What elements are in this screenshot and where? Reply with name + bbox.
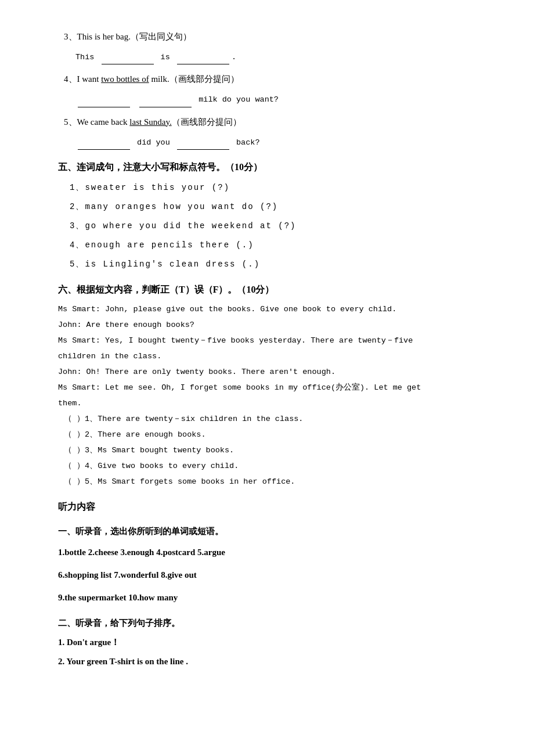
q5-label: 5、We came back last Sunday.（画线部分提问） bbox=[58, 114, 499, 130]
listening-words-row2: 6.shopping list 7.wonderful 8.give out bbox=[58, 566, 499, 585]
dialog-line1: Ms Smart: John, please give out the book… bbox=[58, 303, 499, 317]
dialog-line4: children in the class. bbox=[58, 350, 499, 364]
dialog-line3: Ms Smart: Yes, I bought twenty－five book… bbox=[58, 334, 499, 348]
listening-section: 听力内容 一、听录音，选出你所听到的单词或短语。 1.bottle 2.chee… bbox=[58, 499, 499, 669]
q5-blank1[interactable] bbox=[78, 149, 130, 150]
question-4: 4、I want two bottles of milk.（画线部分提问） mi… bbox=[58, 71, 499, 107]
s5-item1: 1、sweater is this your (?) bbox=[70, 181, 499, 195]
listening-words-row3: 9.the supermarket 10.how many bbox=[58, 588, 499, 607]
listening-s2-item2: 2. Your green T-shirt is on the line . bbox=[58, 654, 499, 669]
listening-s1-title: 一、听录音，选出你所听到的单词或短语。 bbox=[58, 524, 499, 539]
judge3: （ ）3、Ms Smart bought twenty books. bbox=[58, 444, 499, 458]
judge1: （ ）1、There are twenty－six children in th… bbox=[58, 412, 499, 427]
listening-title: 听力内容 bbox=[58, 499, 499, 516]
section-5: 五、连词成句，注意大小写和标点符号。（10分） 1、sweater is thi… bbox=[58, 159, 499, 272]
listening-words-row1: 1.bottle 2.cheese 3.enough 4.postcard 5.… bbox=[58, 543, 499, 562]
q5-blank2[interactable] bbox=[177, 149, 229, 150]
q3-answer: This is . bbox=[58, 51, 499, 64]
q4-blank2[interactable] bbox=[139, 107, 192, 107]
s5-item3: 3、go where you did the weekend at (?) bbox=[70, 219, 499, 233]
s5-item4: 4、enough are pencils there (.) bbox=[70, 238, 499, 253]
q4-answer: milk do you want? bbox=[58, 93, 499, 107]
section5-title: 五、连词成句，注意大小写和标点符号。（10分） bbox=[58, 159, 499, 176]
q3-label: 3、This is her bag.（写出同义句） bbox=[58, 29, 499, 45]
question-3: 3、This is her bag.（写出同义句） This is . bbox=[58, 29, 499, 64]
q5-answer: did you back? bbox=[58, 136, 499, 150]
q4-label: 4、I want two bottles of milk.（画线部分提问） bbox=[58, 71, 499, 87]
q4-blank1[interactable] bbox=[78, 107, 130, 107]
judge4: （ ）4、Give two books to every child. bbox=[58, 459, 499, 474]
dialog-line7: them. bbox=[58, 397, 499, 411]
judge2: （ ）2、There are enough books. bbox=[58, 428, 499, 442]
s5-item2: 2、many oranges how you want do (?) bbox=[70, 200, 499, 214]
q5-underline: last Sunday. bbox=[129, 117, 171, 127]
q3-blank2[interactable] bbox=[177, 64, 229, 64]
listening-s2-item1: 1. Don't argue！ bbox=[58, 635, 499, 650]
dialog-line6: Ms Smart: Let me see. Oh, I forget some … bbox=[58, 381, 499, 395]
section6-title: 六、根据短文内容，判断正（T）误（F）。（10分） bbox=[58, 282, 499, 298]
dialog-line5: John: Oh! There are only twenty books. T… bbox=[58, 365, 499, 380]
judge5: （ ）5、Ms Smart forgets some books in her … bbox=[58, 475, 499, 489]
q4-underline: two bottles of bbox=[101, 74, 149, 84]
dialog-line2: John: Are there enough books? bbox=[58, 318, 499, 333]
s5-item5: 5、is Lingling's clean dress (.) bbox=[70, 257, 499, 272]
listening-s2-title: 二、听录音，给下列句子排序。 bbox=[58, 615, 499, 631]
question-5: 5、We came back last Sunday.（画线部分提问） did … bbox=[58, 114, 499, 150]
section-6: 六、根据短文内容，判断正（T）误（F）。（10分） Ms Smart: John… bbox=[58, 282, 499, 489]
q3-blank1[interactable] bbox=[102, 64, 154, 64]
